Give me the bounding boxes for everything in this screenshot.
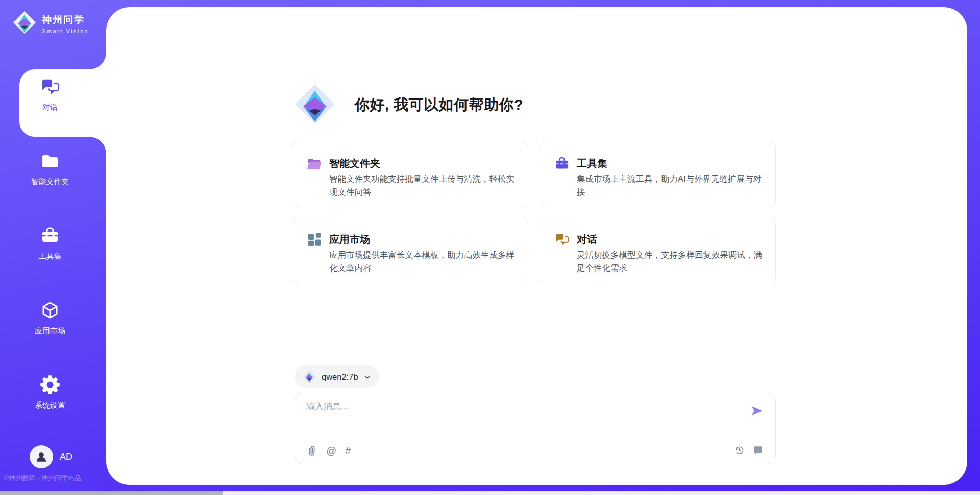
bubble-fillet-top bbox=[90, 53, 106, 69]
attachment-icon[interactable] bbox=[306, 444, 317, 457]
model-diamond-icon bbox=[303, 370, 316, 383]
sidebar-item-toolset[interactable]: 工具集 bbox=[0, 226, 100, 261]
chat-bubbles-icon bbox=[40, 77, 60, 97]
main-panel: 你好, 我可以如何帮助你? 智能文件夹 智能文件夹功能支持批量文件上传与清洗，轻… bbox=[106, 7, 967, 485]
history-icon[interactable] bbox=[734, 444, 745, 457]
send-icon[interactable] bbox=[750, 404, 764, 418]
card-title: 智能文件夹 bbox=[329, 157, 380, 170]
composer-tools-left: @ # bbox=[306, 444, 351, 457]
chat-bubbles-icon bbox=[554, 232, 570, 247]
composer-divider bbox=[305, 437, 765, 437]
mention-icon[interactable]: @ bbox=[326, 444, 336, 457]
card-app-market[interactable]: 应用市场 应用市场提供丰富长文本模板，助力高效生成多样化文章内容 bbox=[292, 218, 528, 284]
feedback-bubble-icon[interactable] bbox=[753, 444, 764, 457]
card-smart-folder[interactable]: 智能文件夹 智能文件夹功能支持批量文件上传与清洗，轻松实现文件问答 bbox=[292, 142, 528, 208]
cube-icon bbox=[40, 300, 60, 320]
folder-icon bbox=[40, 151, 60, 171]
sidebar-item-label: 智能文件夹 bbox=[0, 177, 100, 187]
composer: @ # bbox=[295, 393, 776, 464]
card-title: 对话 bbox=[577, 233, 597, 246]
brand-diamond-icon bbox=[12, 10, 37, 37]
model-name: qwen2:7b bbox=[322, 372, 358, 382]
sidebar-item-smart-folder[interactable]: 智能文件夹 bbox=[0, 151, 100, 187]
brand-logo: 神州问学 Smart Vision bbox=[12, 10, 89, 37]
folder-open-icon bbox=[307, 156, 322, 171]
scrollbar-thumb[interactable] bbox=[0, 491, 223, 495]
sidebar-item-label: 系统设置 bbox=[0, 401, 100, 410]
user-name: AD bbox=[60, 452, 72, 462]
card-description: 灵活切换多模型文件，支持多样回复效果调试，满足个性化需求 bbox=[577, 248, 766, 275]
user-menu[interactable]: AD bbox=[30, 445, 72, 468]
card-title: 应用市场 bbox=[329, 233, 370, 246]
card-toolset[interactable]: 工具集 集成市场上主流工具，助力AI与外界无缝扩展与对接 bbox=[540, 142, 776, 208]
briefcase-icon bbox=[40, 226, 60, 246]
sidebar-item-label: 应用市场 bbox=[0, 326, 100, 336]
card-chat[interactable]: 对话 灵活切换多模型文件，支持多样回复效果调试，满足个性化需求 bbox=[540, 218, 776, 284]
app-root: 神州问学 Smart Vision 对话 bbox=[0, 0, 980, 495]
card-title: 工具集 bbox=[577, 157, 607, 170]
card-description: 集成市场上主流工具，助力AI与外界无缝扩展与对接 bbox=[577, 172, 766, 199]
sidebar-item-settings[interactable]: 系统设置 bbox=[0, 375, 100, 410]
feature-cards: 智能文件夹 智能文件夹功能支持批量文件上传与清洗，轻松实现文件问答 工具集 集成… bbox=[292, 142, 776, 284]
briefcase-icon bbox=[554, 156, 570, 171]
greeting: 你好, 我可以如何帮助你? bbox=[293, 83, 523, 128]
gear-icon bbox=[40, 375, 60, 395]
chevron-down-icon bbox=[363, 373, 371, 381]
sidebar: 神州问学 Smart Vision 对话 bbox=[0, 0, 106, 495]
model-selector[interactable]: qwen2:7b bbox=[295, 365, 379, 388]
brand-title: 神州问学 bbox=[42, 14, 85, 25]
greeting-diamond-icon bbox=[293, 83, 336, 128]
sidebar-item-label: 工具集 bbox=[0, 252, 100, 261]
avatar bbox=[30, 445, 53, 468]
copyright-text: ©神州数码 · 神州问学出品 bbox=[4, 474, 81, 483]
horizontal-scrollbar[interactable] bbox=[0, 491, 980, 495]
card-description: 应用市场提供丰富长文本模板，助力高效生成多样化文章内容 bbox=[329, 248, 518, 275]
greeting-title: 你好, 我可以如何帮助你? bbox=[355, 95, 523, 115]
person-icon bbox=[35, 450, 48, 463]
sidebar-item-chat[interactable]: 对话 bbox=[0, 77, 100, 112]
message-input[interactable] bbox=[306, 401, 740, 432]
grid-icon bbox=[307, 232, 322, 247]
composer-tools-right bbox=[734, 444, 764, 457]
brand-subtitle: Smart Vision bbox=[42, 28, 89, 34]
hashtag-icon[interactable]: # bbox=[345, 444, 351, 457]
card-description: 智能文件夹功能支持批量文件上传与清洗，轻松实现文件问答 bbox=[329, 172, 518, 199]
sidebar-item-app-market[interactable]: 应用市场 bbox=[0, 300, 100, 336]
sidebar-item-label: 对话 bbox=[0, 103, 100, 112]
